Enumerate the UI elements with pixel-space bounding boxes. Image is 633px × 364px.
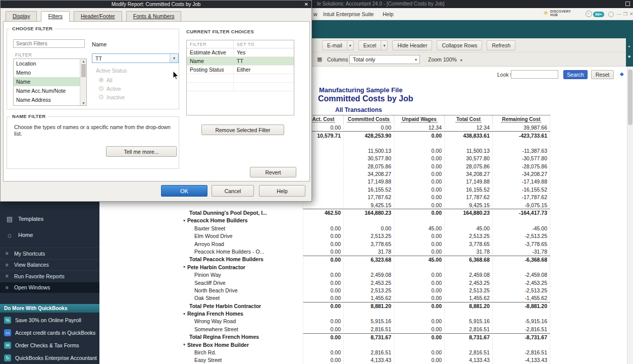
tab-fonts-numbers[interactable]: Fonts & Numbers <box>126 11 182 21</box>
minimize-icon[interactable]: — <box>617 12 621 17</box>
tab-filters[interactable]: Filters <box>41 11 70 22</box>
sidebar-item-home[interactable]: ⌂Home <box>0 227 99 243</box>
collapse-triangle-icon[interactable]: ▾ <box>183 265 185 269</box>
scrollbar-thumb[interactable] <box>81 64 86 77</box>
radio-inactive[interactable]: Inactive <box>99 93 125 101</box>
discovery-hub-button[interactable]: ✳ DISCOVERYHUB <box>543 10 571 17</box>
nav-diamond-icon[interactable]: ◆ <box>620 71 624 77</box>
close-icon[interactable]: ✕ <box>304 1 308 8</box>
modify-report-dialog: Modify Report: Committed Costs by Job ✕ … <box>0 0 312 202</box>
report-cell: -9,075.15 <box>492 201 550 209</box>
report-row[interactable]: Total Pete Harbin Contractor0.008,881.20… <box>175 302 550 310</box>
reset-button[interactable]: Reset <box>591 70 614 79</box>
close-icon[interactable]: ✕ <box>629 12 633 17</box>
report-row[interactable]: Total Regina French Homes0.008,731.670.0… <box>175 333 550 341</box>
scroll-down-icon[interactable]: ▼ <box>82 101 85 105</box>
report-row[interactable]: Peacock Home Builders - O...0.0031.780.0… <box>175 248 550 255</box>
report-row[interactable]: Easy Street0.004,133.430.004,133.43-4,13… <box>175 356 550 364</box>
report-row[interactable]: North Beach Drive0.002,513.250.002,513.2… <box>175 286 550 294</box>
filter-choice-row[interactable]: Estimate ActiveYes <box>187 48 294 57</box>
tell-me-more-button[interactable]: Tell me more... <box>106 146 177 157</box>
radio-active[interactable]: Active <box>99 84 125 93</box>
report-row[interactable]: 9,425.150.009,425.15-9,075.15 <box>175 201 550 209</box>
name-dropdown[interactable]: TT ▾ <box>92 53 179 63</box>
ok-button[interactable]: OK <box>161 185 207 197</box>
sidebar-item-open-windows[interactable]: ≡Open Windows <box>0 282 99 293</box>
report-row[interactable]: Total Peacock Home Builders0.006,323.684… <box>175 256 550 263</box>
toolbar-button-excel[interactable]: Excel <box>358 40 382 50</box>
dialog-titlebar[interactable]: Modify Report: Committed Costs by Job <box>1 1 311 8</box>
revert-button[interactable]: Revert <box>250 167 296 177</box>
report-row[interactable]: Elm Wood Drive0.002,513.250.002,513.25-2… <box>175 232 550 239</box>
sidebar-item-my-shortcuts[interactable]: ≡My Shortcuts <box>0 248 99 259</box>
toolbar-button-hide-header[interactable]: Hide Header <box>392 40 432 50</box>
report-row[interactable]: ▾Steve Box Home Builder <box>175 341 550 348</box>
window-restore-icon[interactable] <box>625 2 630 6</box>
report-row[interactable]: Baxter Street0.000.0045.0045.00-45.00 <box>175 224 550 232</box>
sidebar-item-quickbooks-enterprise-accountant[interactable]: ↻QuickBooks Enterprise Accountant <box>0 351 99 364</box>
restore-icon[interactable]: ❐ <box>623 12 627 17</box>
report-row[interactable]: Somewhere Street0.002,816.510.002,816.51… <box>175 325 550 333</box>
menu-item-intuit-enterprise-suite[interactable]: Intuit Enterprise Suite <box>323 11 374 17</box>
search-button[interactable]: Search <box>563 70 588 79</box>
menu-item-help[interactable]: Help <box>383 11 394 17</box>
report-row[interactable]: ▾Regina French Homes <box>175 310 550 317</box>
report-row[interactable]: Seacliff Drive0.002,453.250.002,453.25-2… <box>175 279 550 286</box>
scrollbar-thumb[interactable] <box>628 70 632 125</box>
report-row[interactable]: Total Dunning's Pool Depot, I...462.5016… <box>175 209 550 216</box>
cancel-button[interactable]: Cancel <box>212 185 254 197</box>
report-row[interactable]: Oak Street0.001,455.620.001,455.62-1,455… <box>175 294 550 302</box>
filter-list-item[interactable]: Memo <box>14 68 80 77</box>
filter-list-item[interactable]: Name Address <box>14 95 80 104</box>
report-row[interactable]: Wrong Way Road0.005,915.160.005,915.16-5… <box>175 318 550 325</box>
report-cell: -30,577.80 <box>492 155 550 162</box>
zoom-select[interactable]: 100% ▾ <box>443 56 462 63</box>
clock-icon[interactable] <box>586 11 592 17</box>
radio-all[interactable]: All <box>99 76 125 84</box>
collapse-triangle-icon[interactable]: ▾ <box>183 218 185 223</box>
help-button[interactable]: Help <box>259 185 305 197</box>
report-row[interactable]: Arroyo Road0.003,778.650.003,778.65-3,77… <box>175 240 550 248</box>
scroll-up-icon[interactable]: ▲ <box>82 59 85 63</box>
toolbar-button-e-mail[interactable]: E-mail <box>322 40 347 50</box>
filter-list-scrollbar[interactable]: ▲ ▼ <box>80 59 86 105</box>
zoom-select-value: 100% <box>443 56 457 63</box>
report-cell <box>343 139 394 147</box>
sidebar-item-view-balances[interactable]: ≡View Balances <box>0 259 99 271</box>
sidebar-item-save-30-on-online-payroll[interactable]: %Save 30% on Online Payroll <box>0 314 99 326</box>
chevron-down-icon[interactable]: ▾ <box>170 54 178 63</box>
search-filters-input[interactable] <box>13 39 85 48</box>
toolbar-button-collapse-rows[interactable]: Collapse Rows <box>437 40 482 50</box>
collapse-triangle-icon[interactable]: ▾ <box>183 342 185 347</box>
tab-header-footer[interactable]: Header/Footer <box>74 11 122 21</box>
toolbar-button-refresh[interactable]: Refresh <box>487 40 515 50</box>
sidebar-item-run-favorite-reports[interactable]: ≡Run Favorite Reports <box>0 270 99 282</box>
report-row[interactable]: Pinion Way0.002,459.080.002,459.08-2,459… <box>175 271 550 278</box>
report-row[interactable]: ▾Peacock Home Builders <box>175 217 550 224</box>
report-cell: 462.50 <box>303 209 343 216</box>
sidebar-item-templates[interactable]: ▤Templates <box>0 211 99 227</box>
vertical-scrollbar[interactable] <box>627 67 633 364</box>
collapse-triangle-icon[interactable]: ▾ <box>183 312 185 316</box>
tab-display[interactable]: Display <box>6 11 37 21</box>
remove-selected-filter-button[interactable]: Remove Selected Filter <box>201 125 284 135</box>
sidebar-item-accept-credit-cards-in-quickbooks[interactable]: ▭Accept credit cards in QuickBooks <box>0 326 99 339</box>
sidebar-item-order-checks-tax-forms[interactable]: ✉Order Checks & Tax Forms <box>0 339 99 351</box>
menu-item-partial[interactable]: w <box>313 11 318 17</box>
filter-list-item[interactable]: Name <box>14 77 80 86</box>
report-cell <box>394 341 444 348</box>
report-cell: 2,513.25 <box>444 286 492 294</box>
report-row[interactable]: ▾Pete Harbin Contractor <box>175 263 550 271</box>
filter-list-item[interactable]: Name Acc.Num/Note <box>14 86 80 95</box>
toolbar-button-e-mail-caret[interactable]: ▾ <box>347 40 354 50</box>
filter-list-item[interactable]: Location <box>14 59 80 68</box>
columns-select[interactable]: Total only ▾ <box>349 55 420 64</box>
look-for-input[interactable] <box>511 70 558 79</box>
toolbar-button-excel-caret[interactable]: ▾ <box>381 40 388 50</box>
collapsed-panel-strip[interactable]: ◂ ◆ <box>626 20 633 67</box>
report-cell <box>343 341 394 348</box>
report-row[interactable]: Birch Rd.0.002,816.510.002,816.51-2,816.… <box>175 348 550 356</box>
avatar[interactable] <box>608 12 614 17</box>
filter-choice-row[interactable]: Posting StatusEither <box>187 66 294 74</box>
filter-choice-row[interactable]: NameTT <box>187 57 294 66</box>
